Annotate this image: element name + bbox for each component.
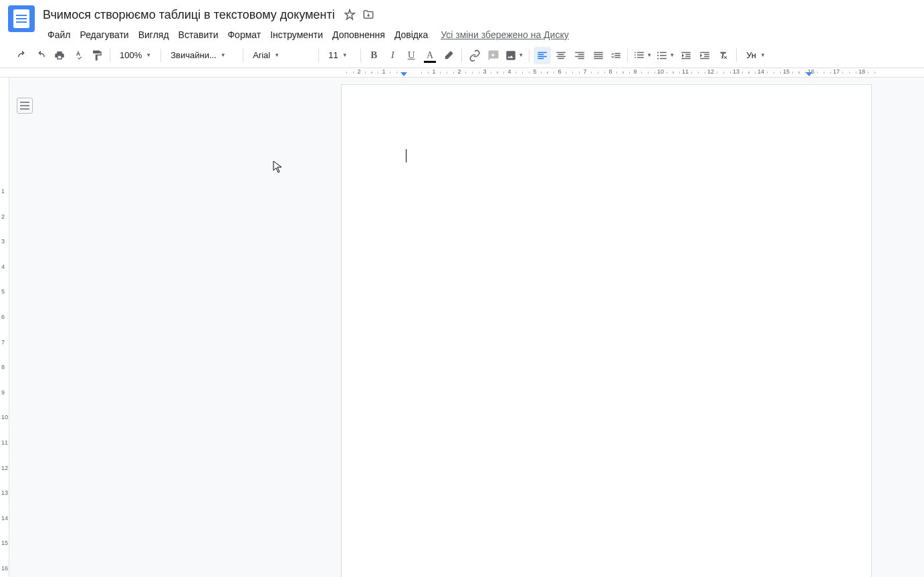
chevron-down-icon: ▼ (760, 52, 766, 58)
ruler-tick-label: 8 (608, 68, 612, 75)
ruler-tick-label: 9 (633, 68, 637, 75)
chevron-down-icon[interactable]: ▼ (669, 52, 676, 58)
bold-button[interactable]: B (365, 47, 382, 64)
menu-format[interactable]: Формат (223, 27, 265, 43)
ruler-tick-label: 2 (457, 68, 461, 75)
clear-formatting-button[interactable] (715, 47, 732, 64)
line-spacing-button[interactable] (608, 47, 623, 64)
ruler-tick-label: 5 (533, 68, 536, 75)
ruler-tick-label: 2 (1, 213, 5, 220)
font-value: Arial (253, 50, 270, 60)
redo-button[interactable] (32, 47, 49, 64)
menu-bar: Файл Редагувати Вигляд Вставити Формат І… (43, 25, 916, 44)
increase-indent-button[interactable] (696, 47, 713, 64)
insert-image-button[interactable]: ▼ (503, 47, 525, 64)
ruler-tick-label: 16 (1, 565, 8, 572)
chevron-down-icon: ▼ (342, 52, 348, 58)
print-button[interactable] (51, 47, 68, 64)
vertical-ruler[interactable]: 12345678910111213141516 (0, 78, 9, 577)
ruler-tick-label: 15 (783, 68, 790, 75)
text-color-button[interactable]: A (421, 47, 439, 64)
svg-point-0 (657, 51, 659, 53)
ruler-tick-label: 13 (1, 489, 8, 496)
ruler-tick-label: 6 (1, 314, 5, 320)
move-to-folder-icon[interactable] (362, 8, 375, 21)
zoom-value: 100% (120, 50, 142, 60)
numbered-list-button[interactable]: ▼ (632, 47, 653, 64)
italic-button[interactable]: I (384, 47, 401, 64)
star-icon[interactable] (343, 8, 356, 21)
document-canvas[interactable] (40, 78, 924, 577)
decrease-indent-button[interactable] (677, 47, 695, 64)
docs-app-icon[interactable] (8, 5, 35, 32)
menu-insert[interactable]: Вставити (174, 27, 223, 43)
align-center-button[interactable] (552, 47, 570, 64)
ruler-tick-label: 4 (1, 263, 5, 270)
zoom-dropdown[interactable]: 100% ▼ (114, 47, 156, 64)
font-size-dropdown[interactable]: 11 ▼ (323, 47, 356, 64)
input-method-label: Ун (746, 50, 756, 60)
style-value: Звичайни... (170, 50, 217, 60)
ruler-tick-label: 5 (1, 288, 5, 295)
text-cursor (406, 149, 407, 162)
menu-addons[interactable]: Доповнення (328, 27, 390, 43)
font-family-dropdown[interactable]: Arial ▼ (247, 47, 314, 64)
document-outline-icon[interactable] (17, 98, 33, 114)
chevron-down-icon: ▼ (274, 52, 279, 58)
svg-point-2 (657, 57, 659, 59)
spellcheck-button[interactable] (70, 47, 87, 64)
undo-button[interactable] (13, 47, 31, 64)
highlight-color-button[interactable] (440, 47, 457, 64)
ruler-tick-label: 13 (733, 68, 739, 75)
ruler-tick-label: 10 (1, 414, 8, 421)
ruler-tick-label: 1 (382, 68, 385, 75)
underline-button[interactable]: U (402, 47, 420, 64)
ruler-tick-label: 7 (1, 339, 5, 346)
paragraph-style-dropdown[interactable]: Звичайни... ▼ (165, 47, 239, 64)
ruler-tick-label: 15 (1, 540, 8, 546)
ruler-tick-label: 12 (1, 465, 8, 471)
font-size-value: 11 (328, 50, 338, 60)
ruler-tick-label: 7 (583, 68, 586, 75)
ruler-tick-label: 18 (858, 68, 865, 75)
indent-marker-icon[interactable] (400, 72, 407, 78)
ruler-tick-label: 8 (1, 364, 5, 370)
chevron-down-icon[interactable]: ▼ (647, 52, 653, 58)
ruler-tick-label: 11 (1, 439, 8, 446)
chevron-down-icon[interactable]: ▼ (518, 52, 525, 58)
ruler-tick-label: 14 (1, 515, 8, 522)
insert-link-button[interactable] (466, 47, 483, 64)
ruler-tick-label: 2 (357, 68, 360, 75)
workspace: 12345678910111213141516 (0, 78, 924, 577)
align-justify-button[interactable] (590, 47, 607, 64)
menu-help[interactable]: Довідка (390, 27, 433, 43)
chevron-down-icon: ▼ (221, 52, 226, 58)
input-method-dropdown[interactable]: Ун ▼ (741, 47, 771, 64)
bulleted-list-button[interactable]: ▼ (655, 47, 676, 64)
ruler-tick-label: 6 (558, 68, 561, 75)
horizontal-ruler[interactable]: 21123456789101112131415161718 (0, 68, 924, 78)
svg-point-1 (657, 54, 659, 55)
align-right-button[interactable] (571, 47, 588, 64)
save-status-link[interactable]: Усі зміни збережено на Диску (441, 29, 568, 40)
menu-edit[interactable]: Редагувати (75, 27, 133, 43)
menu-view[interactable]: Вигляд (134, 27, 174, 43)
document-title[interactable]: Вчимося створюємо таблиці в текстовому д… (43, 8, 335, 22)
menu-file[interactable]: Файл (43, 27, 75, 43)
ruler-tick-label: 17 (833, 68, 840, 75)
ruler-tick-label: 14 (758, 68, 764, 75)
ruler-tick-label: 3 (1, 238, 5, 245)
ruler-tick-label: 12 (707, 68, 714, 75)
right-indent-marker-icon[interactable] (806, 72, 812, 78)
app-header: Вчимося створюємо таблиці в текстовому д… (0, 0, 924, 43)
add-comment-button[interactable] (485, 47, 502, 64)
toolbar: 100% ▼ Звичайни... ▼ Arial ▼ 11 ▼ B I U … (0, 43, 924, 68)
align-left-button[interactable] (534, 47, 551, 64)
outline-panel (9, 78, 40, 577)
chevron-down-icon: ▼ (146, 52, 151, 58)
ruler-tick-label: 9 (1, 389, 5, 396)
document-page[interactable] (341, 84, 872, 577)
menu-tools[interactable]: Інструменти (265, 27, 328, 43)
ruler-tick-label: 3 (483, 68, 486, 75)
paint-format-button[interactable] (88, 47, 106, 64)
